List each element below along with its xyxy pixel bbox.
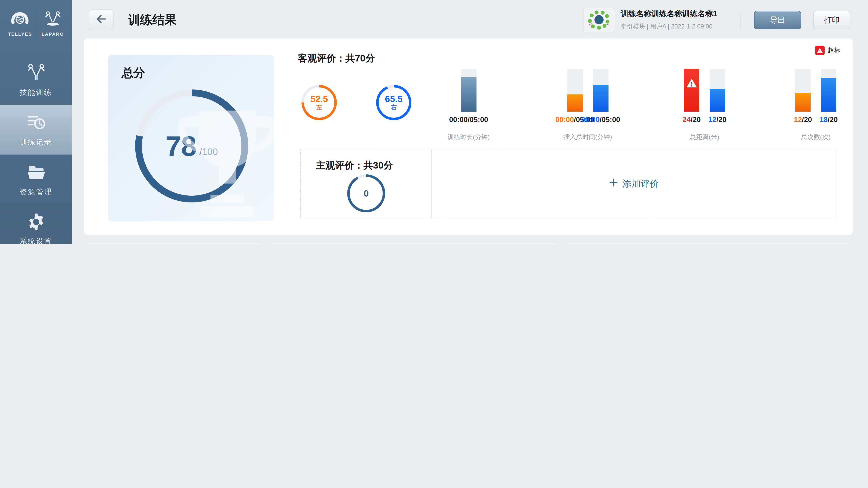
score-section-title: 效率：共20分 xyxy=(86,243,264,244)
metric-group: 00:00/05:0000:00/05:00插入总时间(分钟) xyxy=(562,69,614,141)
tellyes-logo: TELLYES xyxy=(8,10,32,36)
ring-value: 0 xyxy=(364,188,369,198)
exceeded-badge: 超标 xyxy=(815,46,840,55)
objective-rings: 52.5左 65.5右 xyxy=(302,85,411,120)
metric-bar-track xyxy=(821,69,836,111)
sidebar-item-label: 技能训练 xyxy=(20,88,52,98)
laparo-instruments-icon xyxy=(43,10,63,30)
sidebar-item-label: 系统设置 xyxy=(20,237,52,244)
app-root: TELLYES LAPARO 技能训练训练记录资源管理系统设置 教程 退出 训练… xyxy=(0,0,868,244)
coherence-card: 连贯性：共20分 16.3左 18右 移动速度1815移动加速度1210夹紧速度… xyxy=(271,243,559,244)
metric-divider xyxy=(562,129,614,129)
session-info: 训练名称训练名称训练名称1 牵引模块 | 用户A | 2022-1-2 09:0… xyxy=(621,8,743,31)
tellyes-brand-text: TELLYES xyxy=(8,31,32,36)
metric-bar-track xyxy=(795,69,811,111)
sidebar-item-resources[interactable]: 资源管理 xyxy=(0,155,72,204)
subjective-box: 主观评价：共30分 0 添加评价 xyxy=(300,149,836,218)
activity-card: 活跃度：共20分 12左 18右 操作次数1815移动距离12501020 xyxy=(566,243,852,244)
export-button[interactable]: 导出 xyxy=(754,11,801,29)
subjective-ring: 0 xyxy=(347,174,385,213)
session-meta: 牵引模块 | 用户A | 2022-1-2 09:00 xyxy=(621,23,743,31)
subjective-score: 主观评价：共30分 0 xyxy=(301,149,432,218)
metric-bar-track xyxy=(567,69,583,111)
metric-bar-value: 12/20 xyxy=(795,116,811,124)
objective-right-ring: 65.5右 xyxy=(376,85,411,120)
metric-bar-value: 00:00/05:00 xyxy=(461,116,476,124)
main-content: 训练结果 训练名称训练名称训练名称1 牵引模块 | 用户A | 2022-1-2… xyxy=(72,0,868,244)
metric-group: 12/2018/20总次数(次) xyxy=(795,69,836,141)
laparo-brand-text: LAPARO xyxy=(41,31,64,36)
metric-bar-fill xyxy=(593,85,608,111)
exceeded-badge-label: 超标 xyxy=(828,46,840,55)
warning-badge-icon xyxy=(815,46,825,55)
metric-bar-track xyxy=(684,69,700,111)
add-evaluation-button[interactable]: 添加评价 xyxy=(606,177,661,190)
metric-bars-row xyxy=(795,69,836,111)
ring-center: 52.5左 xyxy=(302,85,337,120)
metric-divider xyxy=(684,129,725,129)
sidebar-item-label: 资源管理 xyxy=(20,188,52,197)
metric-caption: 总次数(次) xyxy=(799,133,833,141)
metric-bar-fill xyxy=(821,78,836,111)
metric-bars-row xyxy=(567,69,608,111)
back-button[interactable] xyxy=(89,9,114,30)
metric-caption: 插入总时间(分钟) xyxy=(562,133,614,141)
add-evaluation-label: 添加评价 xyxy=(622,177,659,190)
sidebar-item-settings[interactable]: 系统设置 xyxy=(0,204,72,244)
sidebar-item-label: 训练记录 xyxy=(20,138,52,147)
metric-labels-row: 00:00/05:0000:00/05:00 xyxy=(567,116,608,124)
back-arrow-icon xyxy=(94,12,108,28)
ring-value: 65.5 xyxy=(385,94,403,104)
ring-side-label: 左 xyxy=(316,104,322,111)
warning-icon xyxy=(686,77,698,91)
print-button[interactable]: 打印 xyxy=(813,11,850,29)
metric-bar-value: 12/20 xyxy=(710,116,725,124)
overview-panel: 总分 78 /100 客观评价：共70分 52.5左 65.5右 00:00/0… xyxy=(84,38,852,235)
metric-bars-row xyxy=(684,69,725,111)
metric-caption: 总距离(米) xyxy=(688,133,721,141)
session-thumbnail xyxy=(583,8,614,33)
metric-bar-track xyxy=(593,69,608,111)
metric-bar-fill xyxy=(710,89,725,111)
metric-bar-value: 00:00/05:00 xyxy=(567,116,583,124)
objective-title: 客观评价：共70分 xyxy=(298,52,375,65)
ring-value: 52.5 xyxy=(310,94,328,104)
metric-bar-fill xyxy=(461,77,476,111)
metric-bars: 00:00/05:00训练时长(分钟)00:00/05:0000:00/05:0… xyxy=(446,69,836,141)
sidebar-nav: 技能训练训练记录资源管理系统设置 xyxy=(0,55,72,244)
ring-center: 65.5右 xyxy=(376,85,411,120)
trophy-watermark-icon xyxy=(171,101,274,221)
score-section: 效率：共20分16左15.5右 xyxy=(86,243,264,244)
metric-bar-value: 24/20 xyxy=(684,116,700,124)
metric-group: 24/2012/20总距离(米) xyxy=(684,69,725,141)
metric-bar-track xyxy=(710,69,725,111)
subjective-title: 主观评价：共30分 xyxy=(316,159,393,172)
total-score-label: 总分 xyxy=(122,65,145,81)
plus-icon xyxy=(609,178,618,189)
sidebar: TELLYES LAPARO 技能训练训练记录资源管理系统设置 教程 退出 xyxy=(0,0,72,244)
ring-center: 0 xyxy=(347,174,385,213)
session-name: 训练名称训练名称训练名称1 xyxy=(621,8,743,19)
score-summary-card: 效率：共20分16左15.5右可见度：共20分10左14右对称性：共20分12左… xyxy=(86,243,264,244)
metric-bar-fill xyxy=(567,94,583,111)
records-icon xyxy=(26,112,46,135)
metric-bar-track xyxy=(461,69,476,111)
metric-group: 00:00/05:00训练时长(分钟) xyxy=(446,69,492,141)
ring-side-label: 右 xyxy=(391,104,397,111)
sidebar-item-records[interactable]: 训练记录 xyxy=(0,105,72,155)
subjective-add-area: 添加评价 xyxy=(432,149,836,218)
metric-bar-value: 00:00/05:00 xyxy=(593,116,608,124)
resources-icon xyxy=(26,162,46,184)
sidebar-item-skill[interactable]: 技能训练 xyxy=(0,55,72,105)
tellyes-globe-icon xyxy=(10,10,29,30)
laparo-logo: LAPARO xyxy=(41,10,64,36)
settings-icon xyxy=(26,212,46,234)
metric-bar-value: 18/20 xyxy=(821,116,836,124)
total-score-card: 总分 78 /100 xyxy=(108,55,274,221)
header-divider xyxy=(741,12,741,29)
objective-left-ring: 52.5左 xyxy=(302,85,337,120)
skill-icon xyxy=(26,62,46,85)
page-title: 训练结果 xyxy=(128,12,177,28)
metric-bar-fill xyxy=(795,93,811,111)
metric-labels-row: 12/2018/20 xyxy=(795,116,836,124)
